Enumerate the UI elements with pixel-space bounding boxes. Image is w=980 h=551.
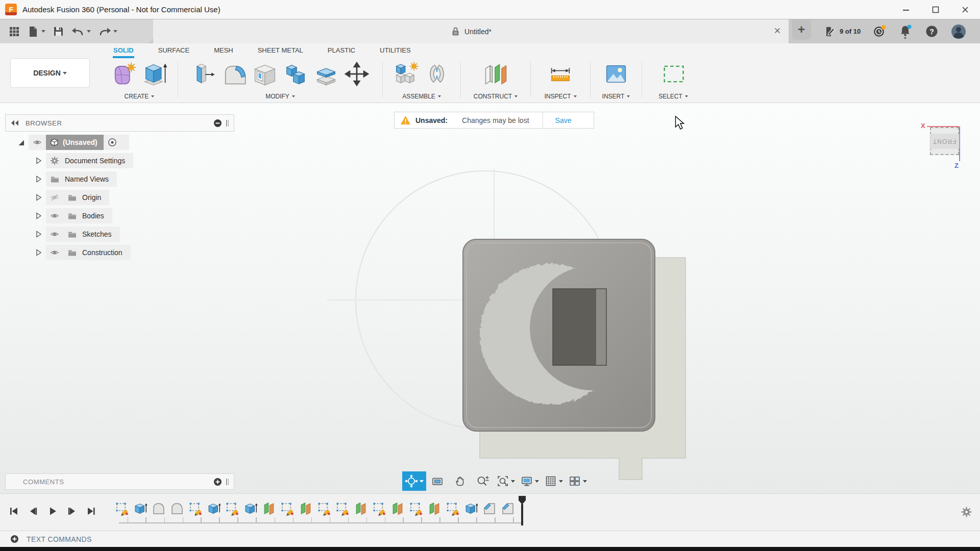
construct-menu[interactable]: CONSTRUCT (461, 90, 530, 103)
ribbon-tab[interactable]: SHEET METAL (246, 43, 315, 58)
fit-caret[interactable] (511, 480, 515, 483)
step-forward-button[interactable] (65, 505, 79, 518)
text-commands-bar[interactable]: TEXT COMMANDS (0, 531, 980, 547)
user-avatar[interactable] (951, 24, 966, 39)
new-tab-button[interactable]: + (792, 19, 811, 40)
timeline-feature[interactable] (225, 501, 240, 516)
browser-item[interactable]: Origin (31, 190, 234, 205)
move-button[interactable] (342, 58, 372, 90)
fit-button[interactable] (494, 471, 518, 491)
notifications-bell-button[interactable] (899, 24, 913, 39)
timeline-settings-button[interactable] (961, 507, 972, 519)
panel-drag-handle[interactable] (226, 479, 229, 485)
visibility-icon[interactable] (46, 193, 63, 202)
step-back-button[interactable] (27, 505, 40, 518)
app-grid-icon[interactable] (6, 24, 22, 39)
skip-to-start-button[interactable] (7, 505, 20, 518)
undo-button[interactable] (69, 24, 93, 39)
timeline-feature[interactable] (261, 501, 277, 516)
display-settings-button[interactable] (518, 471, 542, 491)
create-form-button[interactable] (109, 58, 139, 90)
timeline-feature[interactable] (463, 501, 479, 516)
save-link[interactable]: Save (543, 116, 584, 124)
measure-button[interactable] (546, 58, 575, 90)
expand-arrow-icon[interactable] (31, 175, 46, 183)
timeline-feature[interactable] (500, 501, 516, 516)
browser-item[interactable]: Bodies (31, 208, 234, 223)
timeline-feature[interactable] (298, 501, 313, 516)
redo-button[interactable] (95, 24, 120, 39)
play-button[interactable] (46, 505, 59, 518)
view-cube[interactable]: X FRONT Z (917, 121, 978, 172)
timeline-feature[interactable] (390, 501, 405, 516)
ribbon-tab[interactable]: SURFACE (146, 43, 202, 58)
browser-root-item[interactable]: (Unsaved) (13, 135, 234, 150)
assemble-menu[interactable]: ASSEMBLE (383, 90, 460, 103)
viewports-caret[interactable] (583, 480, 587, 483)
construct-plane-button[interactable] (481, 58, 510, 90)
document-tab[interactable]: Untitled* (153, 19, 789, 43)
press-pull-button[interactable] (189, 58, 218, 90)
ribbon-tab[interactable]: MESH (202, 43, 246, 58)
minimize-panel-icon[interactable] (213, 119, 222, 128)
timeline-feature[interactable] (372, 501, 387, 516)
timeline-playhead[interactable] (519, 496, 526, 525)
inspect-menu[interactable]: INSPECT (531, 90, 590, 103)
browser-item[interactable]: Sketches (31, 227, 234, 242)
timeline-feature[interactable] (243, 501, 258, 516)
collapse-panel-icon[interactable] (11, 119, 19, 127)
view-cube-face[interactable]: FRONT (930, 127, 959, 155)
new-component-button[interactable] (391, 58, 421, 90)
select-menu[interactable]: SELECT (642, 90, 704, 103)
pan-button[interactable] (449, 471, 471, 491)
joint-button[interactable] (422, 58, 452, 90)
root-selection[interactable]: (Unsaved) (46, 135, 104, 150)
timeline-feature[interactable] (188, 501, 203, 516)
close-tab-icon[interactable] (773, 27, 781, 36)
timeline-feature[interactable] (133, 501, 148, 516)
maximize-button[interactable] (921, 0, 950, 19)
minimize-button[interactable] (891, 0, 921, 19)
timeline-feature[interactable] (169, 501, 185, 516)
redo-caret[interactable] (113, 30, 117, 33)
file-menu-caret[interactable] (41, 30, 45, 33)
combine-button[interactable] (281, 58, 310, 90)
job-activity-button[interactable] (873, 24, 887, 38)
browser-item[interactable]: Document Settings (31, 153, 234, 168)
ribbon-tab[interactable]: SOLID (101, 43, 146, 58)
ribbon-tab[interactable]: PLASTIC (315, 43, 368, 58)
select-button[interactable] (658, 58, 688, 90)
visibility-icon[interactable] (46, 248, 63, 257)
visibility-icon[interactable] (29, 138, 46, 146)
extrude-button[interactable] (140, 58, 169, 90)
orbit-caret[interactable] (420, 480, 424, 483)
timeline-feature[interactable] (316, 501, 332, 516)
help-button[interactable]: ? (925, 24, 939, 38)
expand-arrow-icon[interactable] (31, 212, 46, 220)
timeline-feature[interactable] (151, 501, 166, 516)
look-at-button[interactable] (426, 471, 449, 491)
pocket-cut[interactable] (553, 289, 606, 365)
timeline-feature[interactable] (482, 501, 497, 516)
shell-button[interactable] (250, 58, 280, 90)
expand-arrow-icon[interactable] (31, 230, 46, 238)
timeline-feature[interactable] (353, 501, 369, 516)
zoom-button[interactable] (471, 471, 494, 491)
close-button[interactable] (950, 0, 980, 19)
expand-arrow-icon[interactable] (31, 248, 46, 257)
workspace-selector[interactable]: DESIGN (10, 58, 90, 88)
browser-header[interactable]: BROWSER (5, 114, 234, 132)
skip-to-end-button[interactable] (85, 505, 98, 518)
job-status[interactable]: 9 of 10 (824, 26, 861, 38)
undo-caret[interactable] (87, 30, 91, 33)
expand-arrow-icon[interactable] (31, 193, 46, 202)
timeline-feature[interactable] (206, 501, 222, 516)
browser-item[interactable]: Named Views (31, 171, 234, 187)
insert-canvas-button[interactable] (601, 58, 631, 90)
ribbon-tab[interactable]: UTILITIES (368, 43, 423, 58)
create-menu[interactable]: CREATE (101, 90, 178, 103)
visibility-icon[interactable] (46, 212, 63, 220)
expand-arrow-icon[interactable] (31, 157, 46, 165)
save-button[interactable] (50, 24, 67, 39)
visibility-icon[interactable] (46, 230, 63, 238)
